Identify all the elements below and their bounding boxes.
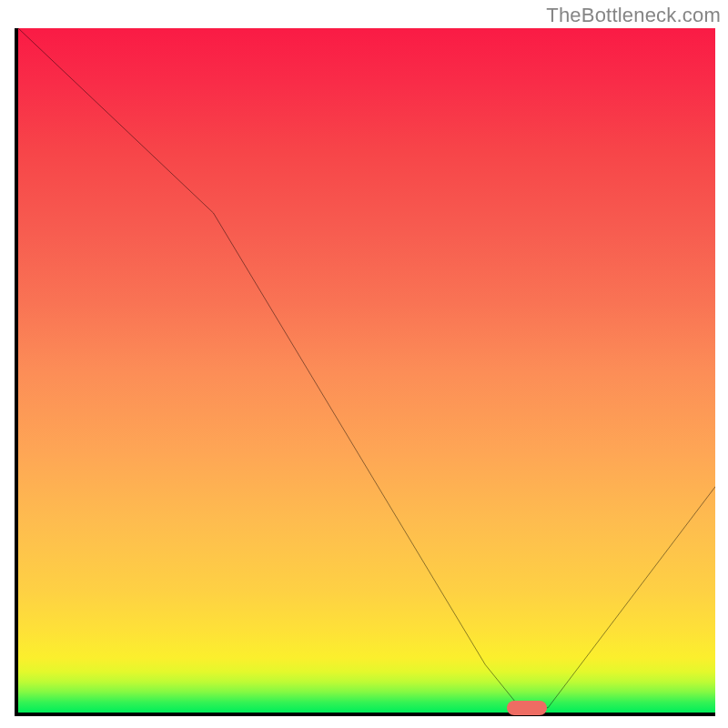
curve-svg	[18, 28, 715, 713]
watermark-text: TheBottleneck.com	[546, 4, 721, 27]
optimal-marker	[507, 701, 547, 715]
bottleneck-chart: TheBottleneck.com	[0, 0, 728, 728]
bottleneck-curve-path	[18, 28, 715, 708]
plot-area	[15, 28, 715, 716]
